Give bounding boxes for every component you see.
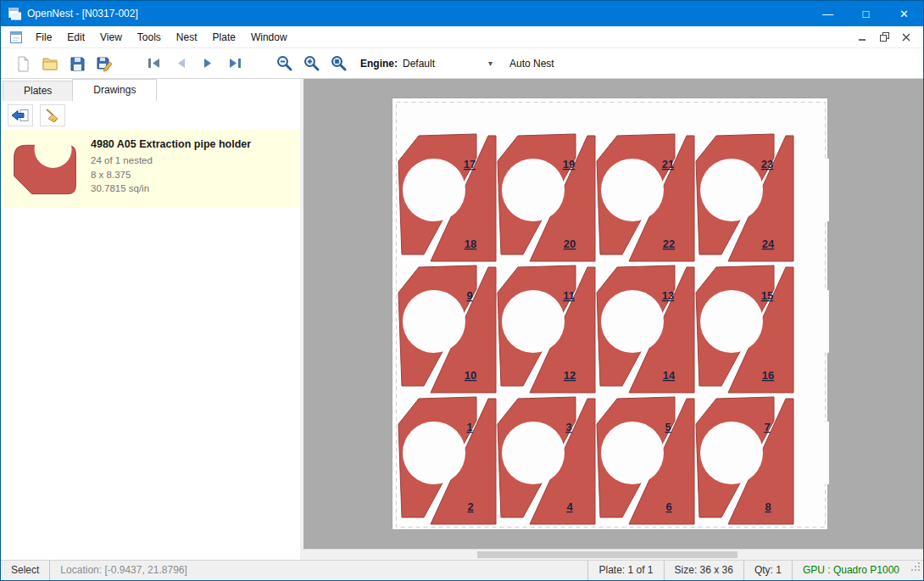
main-toolbar: Engine: Default ▾ Auto Nest <box>1 48 923 79</box>
menu-file[interactable]: File <box>28 29 59 46</box>
part-number-label: 16 <box>762 369 774 382</box>
part-hole <box>601 159 664 221</box>
part-thumbnail <box>8 137 82 201</box>
window-title: OpenNest - [N0317-002] <box>27 8 138 20</box>
part-hole <box>502 422 565 484</box>
auto-nest-button[interactable]: Auto Nest <box>509 58 554 70</box>
part-number-label: 1 <box>466 421 472 433</box>
minimize-button[interactable]: — <box>809 1 847 26</box>
statusbar: Select Location: [-0.9437, 21.8796] Plat… <box>1 560 923 580</box>
zoom-fit-button[interactable] <box>325 52 352 75</box>
status-qty: Qty: 1 <box>743 561 792 581</box>
previous-plate-button[interactable] <box>167 52 194 75</box>
part-hole <box>700 159 763 221</box>
resize-grip-icon <box>910 561 921 573</box>
drawing-nested-count: 24 of 1 nested <box>91 154 251 168</box>
next-arrow-icon <box>201 57 215 70</box>
app-icon <box>8 7 21 20</box>
part-number-label: 19 <box>563 158 575 170</box>
part-hole <box>799 159 829 221</box>
zoom-out-icon <box>276 54 293 72</box>
open-button[interactable] <box>36 52 64 75</box>
status-gpu: GPU : Quadro P1000 <box>792 561 910 581</box>
part-number-label: 7 <box>764 421 770 433</box>
close-button[interactable]: ✕ <box>885 1 923 26</box>
part-hole <box>601 290 664 353</box>
part-number-label: 12 <box>564 369 576 382</box>
plate-sheet[interactable]: .part{fill:#c7564f;stroke:#9a3f3a;stroke… <box>392 98 828 530</box>
menu-edit[interactable]: Edit <box>59 29 92 46</box>
horizontal-scrollbar[interactable] <box>303 549 923 560</box>
open-folder-icon <box>42 55 58 71</box>
tab-drawings[interactable]: Drawings <box>72 79 157 101</box>
next-plate-button[interactable] <box>194 52 221 75</box>
part-number-label: 8 <box>765 500 771 513</box>
titlebar[interactable]: OpenNest - [N0317-002] — □ ✕ <box>1 1 923 26</box>
drawing-area: 30.7815 sq/in <box>91 182 251 196</box>
part-number-label: 21 <box>662 158 674 170</box>
zoom-in-icon <box>303 54 320 72</box>
plate-svg[interactable]: .part{fill:#c7564f;stroke:#9a3f3a;stroke… <box>392 98 829 531</box>
tab-plates[interactable]: Plates <box>3 81 73 101</box>
drawings-panel: Plates Drawings <box>1 79 300 560</box>
mdi-restore-button[interactable] <box>877 31 891 44</box>
part-hole <box>799 290 829 353</box>
window-controls: — □ ✕ <box>809 1 923 26</box>
part-number-label: 5 <box>665 421 671 433</box>
menu-window[interactable]: Window <box>243 29 295 46</box>
menu-plate[interactable]: Plate <box>205 29 243 46</box>
menu-nest[interactable]: Nest <box>169 29 205 46</box>
part-number-label: 20 <box>564 237 576 250</box>
part-number-label: 6 <box>665 500 671 513</box>
part-number-label: 4 <box>566 500 573 513</box>
close-icon <box>902 33 910 42</box>
zoom-in-button[interactable] <box>298 52 325 75</box>
part-hole <box>799 422 829 484</box>
part-number-label: 14 <box>663 369 676 382</box>
new-file-icon <box>14 55 31 72</box>
minimize-icon <box>858 33 866 42</box>
clear-button[interactable] <box>40 104 65 126</box>
last-arrow-icon <box>228 57 242 70</box>
part-number-label: 23 <box>761 158 773 170</box>
part-hole <box>403 290 465 353</box>
save-icon <box>69 55 86 72</box>
drawing-list-item[interactable]: 4980 A05 Extraction pipe holder 24 of 1 … <box>1 130 300 208</box>
part-hole <box>700 290 763 353</box>
part-number-label: 3 <box>565 421 571 433</box>
status-plate: Plate: 1 of 1 <box>587 561 663 581</box>
panel-tabs: Plates Drawings <box>1 79 300 101</box>
chevron-down-icon: ▾ <box>488 59 493 68</box>
first-arrow-icon <box>147 57 161 70</box>
blue-arrow-page-icon <box>11 109 30 123</box>
broom-icon <box>44 108 61 123</box>
status-size: Size: 36 x 36 <box>664 561 743 581</box>
menu-view[interactable]: View <box>92 29 130 46</box>
save-button[interactable] <box>64 52 91 75</box>
engine-select[interactable]: Default ▾ <box>398 55 498 72</box>
part-hole <box>700 422 763 484</box>
part-number-label: 15 <box>761 289 773 302</box>
drawing-list-empty-space <box>1 208 300 560</box>
content-area: Plates Drawings <box>1 79 923 560</box>
drawing-size: 8 x 8.375 <box>91 168 251 182</box>
last-plate-button[interactable] <box>221 52 248 75</box>
maximize-button[interactable]: □ <box>847 1 885 26</box>
drawing-item-text: 4980 A05 Extraction pipe holder 24 of 1 … <box>91 137 251 196</box>
menu-tools[interactable]: Tools <box>130 29 169 46</box>
send-to-plate-button[interactable] <box>8 104 33 126</box>
nest-canvas[interactable]: .part{fill:#c7564f;stroke:#9a3f3a;stroke… <box>303 79 923 560</box>
document-icon <box>9 31 23 44</box>
part-number-label: 10 <box>465 369 476 382</box>
menubar: File Edit View Tools Nest Plate Window <box>1 26 923 48</box>
mdi-minimize-button[interactable] <box>855 31 869 44</box>
save-edit-button[interactable] <box>91 52 118 75</box>
scrollbar-thumb[interactable] <box>477 551 738 558</box>
resize-grip[interactable] <box>910 561 923 581</box>
mdi-close-button[interactable] <box>899 31 913 44</box>
mdi-window-controls <box>855 31 918 44</box>
first-plate-button[interactable] <box>140 52 167 75</box>
zoom-out-button[interactable] <box>270 52 298 75</box>
new-button[interactable] <box>9 52 36 75</box>
part-number-label: 18 <box>465 237 476 250</box>
